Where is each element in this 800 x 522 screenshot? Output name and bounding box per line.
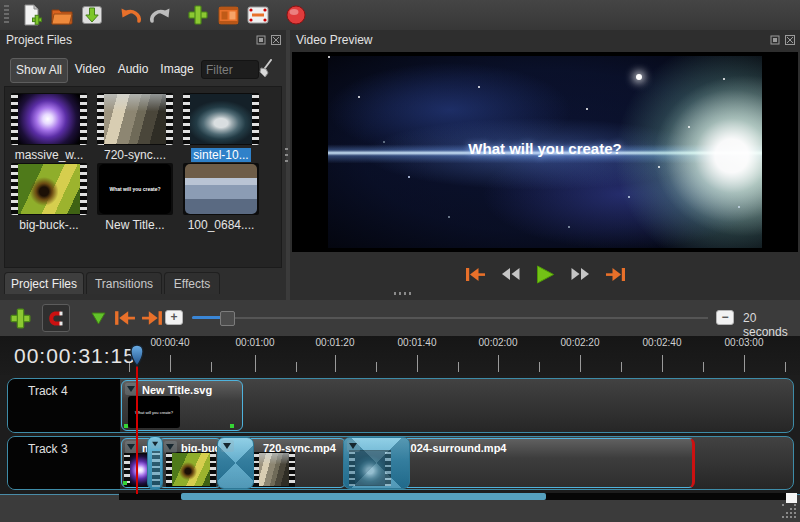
ruler-tick-major [170,355,171,372]
jump-to-start-button[interactable] [464,267,486,282]
undo-button[interactable] [115,1,145,29]
ruler-label: 00:02:20 [561,337,600,348]
choose-profile-button[interactable] [213,1,243,29]
open-project-button[interactable] [47,1,77,29]
rewind-button[interactable] [500,267,521,281]
playhead-timecode: 00:00:31:15 [14,344,136,368]
ruler-label: 00:02:40 [643,337,682,348]
timeline-vscrollbar-thumb[interactable] [786,493,797,503]
chevron-down-icon[interactable] [151,440,161,449]
clip-new-title[interactable]: New Title.svg What will you create? [121,380,243,431]
next-marker-button[interactable] [138,304,166,332]
redo-button[interactable] [145,1,175,29]
fast-forward-button[interactable] [570,267,591,281]
stars-decor [328,56,330,58]
video-overlay-text: What will you create? [328,140,762,157]
filter-bar: Show All Video Audio Image [0,56,286,86]
file-label: massive_w... [7,148,91,162]
float-panel-icon[interactable] [256,35,266,45]
filter-image-button[interactable]: Image [156,58,198,81]
file-item-selected[interactable]: sintel-10... [179,93,263,162]
zoom-slider-handle[interactable] [220,311,235,326]
add-track-button[interactable] [6,304,34,332]
ruler-tick-minor [458,362,459,372]
ruler-tick-minor [296,362,297,372]
main-toolbar [0,0,800,30]
transition[interactable] [343,437,410,489]
export-video-button[interactable] [281,1,311,29]
file-thumbnail[interactable] [183,93,259,145]
import-files-button[interactable] [183,1,213,29]
timeline-toolbar: + − 20 seconds [0,300,800,336]
file-thumbnail[interactable] [11,93,87,145]
close-panel-icon[interactable] [785,35,795,45]
ruler-tick-minor [211,362,212,372]
ruler-label: 00:01:00 [236,337,275,348]
video-preview-panel: Video Preview What will you create? [290,30,800,300]
horizontal-splitter-handle[interactable] [394,292,412,295]
chevron-down-icon[interactable] [221,440,234,452]
playhead-marker[interactable] [126,342,148,368]
transition[interactable] [217,437,254,489]
chevron-down-icon[interactable] [164,441,177,453]
new-project-icon [21,4,43,26]
add-marker-button[interactable] [84,304,112,332]
jump-to-end-button[interactable] [605,267,627,282]
transition-underlay [152,451,160,487]
playhead-line[interactable] [136,364,138,494]
vertical-splitter-handle[interactable] [285,148,288,164]
file-label: New Title... [93,218,177,232]
filter-show-all-button[interactable]: Show All [10,58,68,83]
file-item[interactable]: big-buck-... [7,163,91,232]
ruler-tick-minor [703,362,704,372]
ruler-tick-major [744,355,745,372]
tab-project-files[interactable]: Project Files [4,272,84,294]
file-item[interactable]: 100_0684.... [179,163,263,232]
video-frame: What will you create? [328,56,762,248]
file-thumbnail[interactable] [183,163,259,215]
fullscreen-button[interactable] [243,1,273,29]
chevron-down-icon[interactable] [347,440,360,452]
broom-icon[interactable] [257,59,275,78]
video-canvas[interactable]: What will you create? [292,52,798,252]
zoom-scale-label: 20 seconds [743,311,800,339]
close-panel-icon[interactable] [271,35,281,45]
tab-effects[interactable]: Effects [164,272,220,294]
tab-transitions[interactable]: Transitions [86,272,162,294]
clip-big-buck[interactable]: big-buck- [158,438,222,488]
float-panel-icon[interactable] [770,35,780,45]
track-name: Track 4 [28,384,68,398]
file-thumbnail[interactable] [97,93,173,145]
new-project-button[interactable] [17,1,47,29]
zoom-out-button[interactable]: − [716,310,734,325]
ruler-tick-major [580,355,581,372]
save-project-button[interactable] [77,1,107,29]
transition[interactable] [147,436,163,490]
zoom-in-button[interactable]: + [165,310,183,325]
panel-tabbar: Project Files Transitions Effects [0,270,286,296]
filter-input[interactable] [201,60,259,79]
file-item[interactable]: massive_w... [7,93,91,162]
snapping-toggle-button[interactable] [42,304,70,332]
file-item[interactable]: What will you create? New Title... [93,163,177,232]
magnet-icon [47,310,65,327]
file-thumbnail[interactable] [11,163,87,215]
clip-marker [230,424,234,428]
filter-video-button[interactable]: Video [70,58,110,81]
filter-audio-button[interactable]: Audio [113,58,153,81]
timeline-hscrollbar[interactable] [119,493,786,500]
file-item[interactable]: 720-sync.... [93,93,177,162]
transport-controls [290,254,800,294]
plus-icon [9,307,32,330]
play-button[interactable] [535,265,556,284]
file-label: sintel-10... [191,148,250,162]
timeline-hscrollbar-thumb[interactable] [181,493,546,500]
previous-marker-button[interactable] [110,304,138,332]
clip-720-sync[interactable]: 720-sync.mp4 [240,438,346,488]
file-thumbnail[interactable]: What will you create? [97,163,173,215]
window-resize-grip[interactable] [782,504,784,506]
toolbar-drag-handle[interactable] [4,5,9,25]
file-label: big-buck-... [7,218,91,232]
plus-icon [187,4,209,26]
zoom-slider-track[interactable] [192,317,708,319]
